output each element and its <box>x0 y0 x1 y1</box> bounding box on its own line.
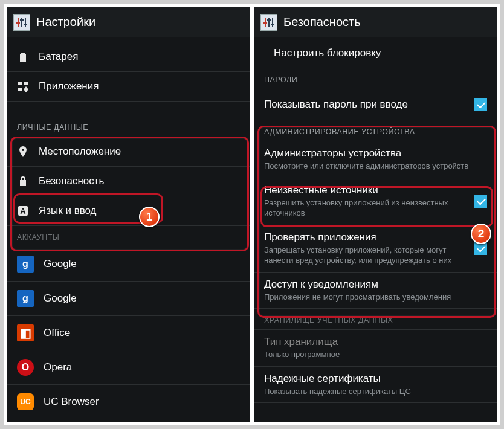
item-label: UC Browser <box>44 396 99 408</box>
language-icon: A <box>17 205 29 217</box>
section-credential-storage: ХРАНИЛИЩЕ УЧЕТНЫХ ДАННЫХ <box>254 309 497 330</box>
item-sub: Показывать надежные сертификаты ЦС <box>264 386 487 397</box>
svg-rect-4 <box>20 19 24 21</box>
item-storage-type: Тип хранилища Только программное <box>254 330 497 367</box>
titlebar-settings: Настройки <box>7 7 250 37</box>
account-google-2[interactable]: g Google <box>7 282 250 316</box>
office-icon: ◧ <box>17 324 34 341</box>
svg-rect-17 <box>271 24 274 25</box>
apps-icon <box>17 80 29 92</box>
item-apps[interactable]: Приложения <box>7 72 250 102</box>
svg-rect-7 <box>24 82 28 85</box>
location-icon <box>17 146 29 158</box>
svg-rect-16 <box>267 19 271 21</box>
item-sub: Приложения не могут просматривать уведом… <box>264 292 487 303</box>
item-label: Надежные сертификаты <box>264 373 487 385</box>
page-title: Безопасность <box>283 15 361 29</box>
item-battery[interactable]: Батарея <box>7 42 250 72</box>
item-label: Администраторы устройства <box>264 147 487 160</box>
item-notification-access[interactable]: Доступ к уведомлениям Приложения не могу… <box>254 273 497 309</box>
battery-icon <box>17 51 29 63</box>
item-label: Язык и ввод <box>39 205 97 217</box>
section-passwords: ПАРОЛИ <box>254 68 497 89</box>
page-title: Настройки <box>36 15 95 29</box>
item-label: Тип хранилища <box>264 336 487 348</box>
item-label: Доступ к уведомлениям <box>264 279 487 291</box>
item-security[interactable]: Безопасность <box>7 167 250 196</box>
svg-rect-2 <box>25 18 26 27</box>
account-office[interactable]: ◧ Office <box>7 316 250 350</box>
settings-screen: Настройки Батарея Приложения ЛИЧНЫЕ ДАНН… <box>7 7 250 422</box>
google-icon: g <box>17 256 34 273</box>
item-label: Google <box>44 258 77 270</box>
item-sub: Только программное <box>264 349 487 360</box>
item-label: Показывать пароль при вводе <box>264 98 464 111</box>
google-icon: g <box>17 290 34 307</box>
svg-rect-15 <box>263 22 267 24</box>
titlebar-security: Безопасность <box>254 7 497 37</box>
uc-icon: UC <box>17 393 34 410</box>
section-accounts: АККАУНТЫ <box>7 226 250 247</box>
item-sub: Запрещать установку приложений, которые … <box>264 245 464 266</box>
opera-icon: O <box>17 359 34 376</box>
account-uc[interactable]: UC UC Browser <box>7 385 250 419</box>
item-label: Office <box>44 327 70 339</box>
svg-rect-3 <box>16 22 20 24</box>
svg-rect-6 <box>18 82 22 85</box>
item-device-admins[interactable]: Администраторы устройства Посмотрите или… <box>254 141 497 178</box>
item-trusted-certs[interactable]: Надежные сертификаты Показывать надежные… <box>254 367 497 404</box>
show-password-checkbox[interactable] <box>474 98 487 111</box>
svg-text:A: A <box>20 207 26 216</box>
lock-icon <box>17 175 29 187</box>
item-label: Батарея <box>39 51 78 63</box>
account-google-1[interactable]: g Google <box>7 247 250 282</box>
svg-rect-8 <box>18 88 22 91</box>
item-label: Проверять приложения <box>264 231 464 244</box>
item-unknown-sources[interactable]: Неизвестные источники Разрешить установк… <box>254 178 497 225</box>
svg-rect-5 <box>24 24 27 25</box>
svg-marker-9 <box>24 86 28 92</box>
section-device-admin: АДМИНИСТРИРОВАНИЕ УСТРОЙСТВА <box>254 120 497 141</box>
item-verify-apps[interactable]: Проверять приложения Запрещать установку… <box>254 225 497 273</box>
item-sub: Разрешить установку приложений из неизве… <box>264 198 464 219</box>
account-opera[interactable]: O Opera <box>7 350 250 385</box>
item-label: Приложения <box>39 80 99 92</box>
item-show-password[interactable]: Показывать пароль при вводе <box>254 89 497 120</box>
section-personal: ЛИЧНЫЕ ДАННЫЕ <box>7 116 250 137</box>
item-sub: Посмотрите или отключите администраторов… <box>264 161 487 172</box>
item-label: Безопасность <box>39 175 104 187</box>
item-location[interactable]: Местоположение <box>7 137 250 167</box>
step-badge-2: 2 <box>471 224 491 244</box>
item-label: Настроить блокировку <box>274 47 381 59</box>
item-label: Местоположение <box>39 146 121 158</box>
settings-app-icon <box>13 14 30 31</box>
step-badge-1: 1 <box>139 207 160 227</box>
security-screen: Безопасность Настроить блокировку ПАРОЛИ… <box>254 7 497 422</box>
item-label: Google <box>44 292 77 305</box>
item-language[interactable]: A Язык и ввод <box>7 196 250 226</box>
item-configure-lock[interactable]: Настроить блокировку <box>254 39 497 68</box>
settings-app-icon <box>260 14 277 31</box>
svg-rect-14 <box>272 18 273 27</box>
item-label: Opera <box>44 361 72 373</box>
unknown-sources-checkbox[interactable] <box>474 195 487 208</box>
item-label: Неизвестные источники <box>264 184 464 196</box>
